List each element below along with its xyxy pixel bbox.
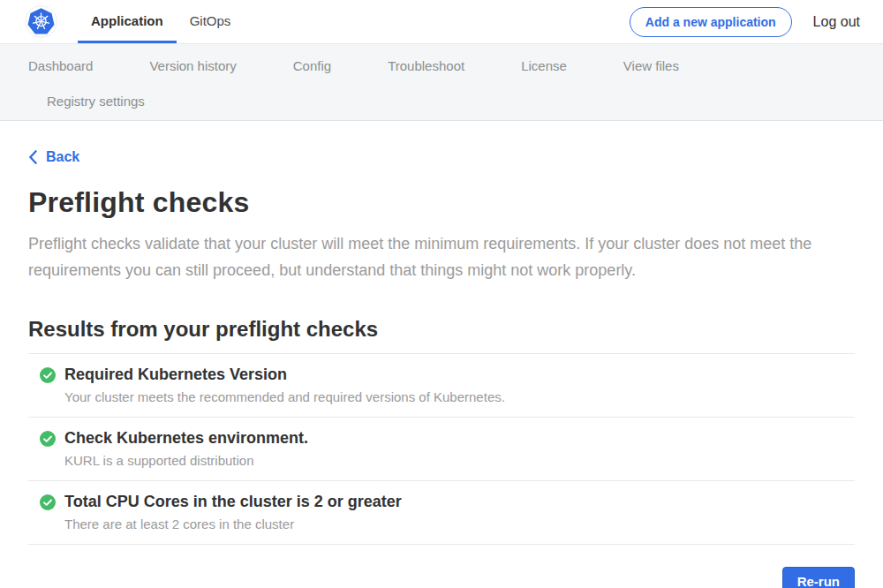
check-text: Check Kubernetes environment. KURL is a … [64, 429, 308, 468]
footer-actions: Re-run [28, 567, 855, 588]
tab-gitops[interactable]: GitOps [177, 0, 245, 43]
check-title: Check Kubernetes environment. [64, 429, 308, 448]
kubernetes-logo[interactable] [25, 0, 57, 43]
rerun-button[interactable]: Re-run [782, 567, 855, 588]
top-nav-tabs: Application GitOps [78, 0, 244, 43]
success-check-icon [40, 494, 56, 510]
subnav-item-version-history[interactable]: Version history [149, 58, 236, 73]
subnav-item-troubleshoot[interactable]: Troubleshoot [388, 58, 464, 73]
back-link-label: Back [46, 149, 79, 165]
subnav-item-license[interactable]: License [521, 58, 567, 73]
chevron-left-icon [28, 150, 38, 164]
kubernetes-logo-icon [25, 5, 57, 38]
check-title: Total CPU Cores in the cluster is 2 or g… [64, 493, 402, 511]
success-check-icon [40, 431, 56, 447]
tab-application-label: Application [91, 13, 163, 28]
page-description: Preflight checks validate that your clus… [28, 230, 855, 283]
check-text: Total CPU Cores in the cluster is 2 or g… [64, 493, 402, 531]
subnav-row-1: Dashboard Version history Config Trouble… [28, 48, 855, 83]
subnav-item-dashboard[interactable]: Dashboard [28, 58, 93, 73]
subnav-row-2: Registry settings [28, 83, 855, 118]
check-title: Required Kubernetes Version [64, 366, 505, 384]
add-application-button[interactable]: Add a new application [630, 7, 792, 37]
page-title: Preflight checks [28, 186, 855, 219]
results-heading: Results from your preflight checks [28, 317, 855, 342]
check-message: There are at least 2 cores in the cluste… [64, 516, 402, 531]
header-actions: Add a new application Log out [630, 0, 860, 43]
preflight-check-row: Required Kubernetes Version Your cluster… [28, 354, 855, 418]
check-message: Your cluster meets the recommended and r… [64, 389, 505, 404]
top-header: Application GitOps Add a new application… [0, 0, 883, 44]
app-subnav: Dashboard Version history Config Trouble… [0, 44, 883, 121]
preflight-page: Back Preflight checks Preflight checks v… [0, 121, 883, 588]
check-message: KURL is a supported distribution [64, 453, 308, 468]
success-check-icon [40, 367, 56, 383]
preflight-check-row: Total CPU Cores in the cluster is 2 or g… [28, 481, 855, 545]
preflight-results-list: Required Kubernetes Version Your cluster… [28, 353, 855, 545]
subnav-item-view-files[interactable]: View files [623, 58, 679, 73]
check-text: Required Kubernetes Version Your cluster… [64, 366, 505, 404]
tab-gitops-label: GitOps [190, 13, 231, 28]
preflight-check-row: Check Kubernetes environment. KURL is a … [28, 418, 855, 481]
back-link[interactable]: Back [28, 149, 79, 165]
tab-application[interactable]: Application [78, 0, 177, 43]
subnav-item-config[interactable]: Config [293, 58, 331, 73]
logout-link[interactable]: Log out [813, 14, 860, 30]
subnav-item-registry-settings[interactable]: Registry settings [47, 94, 145, 109]
